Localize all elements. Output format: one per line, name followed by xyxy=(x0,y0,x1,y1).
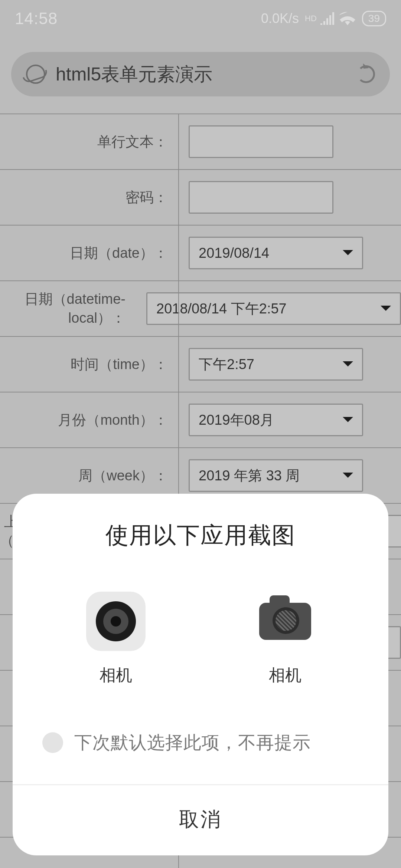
app-label: 相机 xyxy=(269,664,301,686)
app-option-camera-1[interactable]: 相机 xyxy=(86,592,146,686)
camera-icon xyxy=(255,592,315,651)
sheet-title: 使用以下应用截图 xyxy=(105,520,296,551)
app-chooser-sheet: 使用以下应用截图 相机 相机 下次默认选择此项，不再提示 xyxy=(13,494,388,855)
remember-row[interactable]: 下次默认选择此项，不再提示 xyxy=(31,731,370,754)
apps-row: 相机 相机 xyxy=(31,592,370,686)
radio-unchecked-icon[interactable] xyxy=(42,732,63,753)
cancel-button[interactable]: 取消 xyxy=(31,785,370,855)
camera-lens-icon xyxy=(86,592,146,651)
modal-overlay[interactable]: 使用以下应用截图 相机 相机 下次默认选择此项，不再提示 xyxy=(0,0,401,868)
app-option-camera-2[interactable]: 相机 xyxy=(255,592,315,686)
app-label: 相机 xyxy=(100,664,132,686)
remember-text: 下次默认选择此项，不再提示 xyxy=(74,731,311,754)
